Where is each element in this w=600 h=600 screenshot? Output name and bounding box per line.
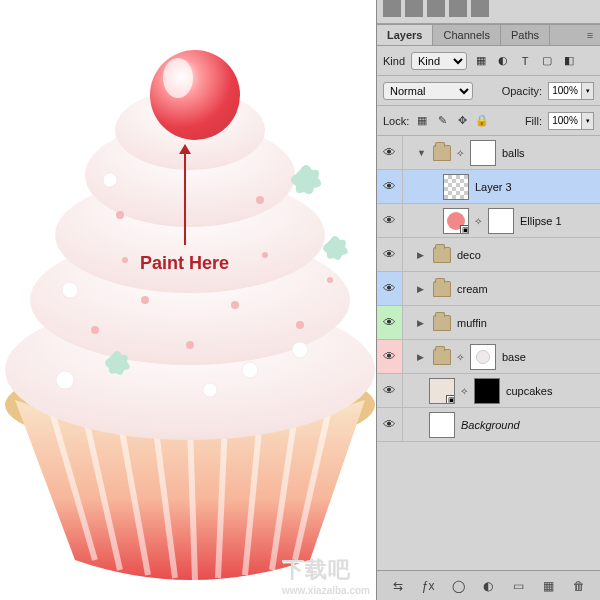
layer-mask-thumb[interactable] [474, 378, 500, 404]
folder-icon [433, 315, 451, 331]
layer-mask-thumb[interactable] [470, 140, 496, 166]
layer-row-layer3[interactable]: 👁 Layer 3 [377, 170, 600, 204]
svg-point-16 [163, 58, 193, 98]
right-panel: Layers Channels Paths ≡ Kind Kind ▦ ◐ T … [376, 0, 600, 600]
layer-name: balls [502, 147, 525, 159]
disclosure-open-icon[interactable]: ▼ [417, 148, 427, 158]
shape-thumb[interactable]: ▣ [443, 208, 469, 234]
lock-transparency-icon[interactable]: ▦ [415, 114, 429, 128]
layer-row-balls[interactable]: 👁 ▼ ⟡ balls [377, 136, 600, 170]
blend-row: Normal Opacity: ▾ [377, 76, 600, 106]
visibility-toggle[interactable]: 👁 [377, 136, 403, 169]
visibility-toggle[interactable]: 👁 [377, 238, 403, 271]
layer-row-muffin[interactable]: 👁 ▶ muffin [377, 306, 600, 340]
svg-point-18 [256, 196, 264, 204]
link-layers-button[interactable]: ⇆ [389, 577, 407, 595]
layer-thumb[interactable] [443, 174, 469, 200]
filter-type-icon[interactable]: T [517, 53, 533, 69]
annotation-text: Paint Here [140, 253, 229, 274]
tab-channels[interactable]: Channels [433, 25, 500, 45]
filter-kind-label: Kind [383, 55, 405, 67]
layer-name: cupcakes [506, 385, 552, 397]
fill-spin[interactable]: ▾ [582, 112, 594, 130]
visibility-toggle[interactable]: 👁 [377, 170, 403, 203]
folder-icon [433, 349, 451, 365]
layer-style-button[interactable]: ƒx [419, 577, 437, 595]
tab-layers[interactable]: Layers [377, 25, 433, 45]
layer-name: cream [457, 283, 488, 295]
svg-point-29 [56, 371, 74, 389]
opacity-input[interactable] [548, 82, 582, 100]
tool-icon[interactable] [383, 0, 401, 17]
filter-adjust-icon[interactable]: ◐ [495, 53, 511, 69]
svg-point-31 [103, 173, 117, 187]
link-icon: ⟡ [461, 385, 468, 397]
layer-name: Background [461, 419, 520, 431]
layers-panel-footer: ⇆ ƒx ◯ ◐ ▭ ▦ 🗑 [377, 570, 600, 600]
shape-badge-icon: ▣ [460, 225, 469, 234]
svg-point-21 [91, 326, 99, 334]
lock-row: Lock: ▦ ✎ ✥ 🔒 Fill: ▾ [377, 106, 600, 136]
link-icon: ⟡ [457, 147, 464, 159]
opacity-spin[interactable]: ▾ [582, 82, 594, 100]
lock-label: Lock: [383, 115, 409, 127]
watermark: 下载吧 www.xiazaiba.com [282, 555, 370, 596]
layer-row-ellipse1[interactable]: 👁 ▣ ⟡ Ellipse 1 [377, 204, 600, 238]
filter-smart-icon[interactable]: ◧ [561, 53, 577, 69]
smartobject-badge-icon: ▣ [446, 395, 455, 404]
tab-paths[interactable]: Paths [501, 25, 550, 45]
layer-row-base[interactable]: 👁 ▶ ⟡ base [377, 340, 600, 374]
svg-point-26 [327, 277, 333, 283]
visibility-toggle[interactable]: 👁 [377, 306, 403, 339]
lock-pixels-icon[interactable]: ✎ [435, 114, 449, 128]
svg-point-17 [116, 211, 124, 219]
folder-icon [433, 247, 451, 263]
visibility-toggle[interactable]: 👁 [377, 272, 403, 305]
disclosure-closed-icon[interactable]: ▶ [417, 352, 427, 362]
filter-shape-icon[interactable]: ▢ [539, 53, 555, 69]
lock-all-icon[interactable]: 🔒 [475, 114, 489, 128]
delete-layer-button[interactable]: 🗑 [570, 577, 588, 595]
add-mask-button[interactable]: ◯ [449, 577, 467, 595]
layer-row-deco[interactable]: 👁 ▶ deco [377, 238, 600, 272]
filter-pixel-icon[interactable]: ▦ [473, 53, 489, 69]
visibility-toggle[interactable]: 👁 [377, 204, 403, 237]
layers-list: 👁 ▼ ⟡ balls 👁 Layer 3 👁 ▣ [377, 136, 600, 570]
visibility-toggle[interactable]: 👁 [377, 374, 403, 407]
smartobject-thumb[interactable]: ▣ [429, 378, 455, 404]
lock-position-icon[interactable]: ✥ [455, 114, 469, 128]
panel-tabs: Layers Channels Paths ≡ [377, 24, 600, 46]
tool-icon[interactable] [449, 0, 467, 17]
disclosure-closed-icon[interactable]: ▶ [417, 250, 427, 260]
tool-icon[interactable] [427, 0, 445, 17]
layer-name: Layer 3 [475, 181, 512, 193]
filter-kind-select[interactable]: Kind [411, 52, 467, 70]
disclosure-closed-icon[interactable]: ▶ [417, 284, 427, 294]
layer-thumb[interactable] [429, 412, 455, 438]
fill-input[interactable] [548, 112, 582, 130]
new-adjustment-button[interactable]: ◐ [479, 577, 497, 595]
svg-point-20 [231, 301, 239, 309]
tool-icon[interactable] [405, 0, 423, 17]
layer-row-cupcakes[interactable]: 👁 ▣ ⟡ cupcakes [377, 374, 600, 408]
layer-row-cream[interactable]: 👁 ▶ cream [377, 272, 600, 306]
folder-icon [433, 281, 451, 297]
folder-icon [433, 145, 451, 161]
opacity-label: Opacity: [502, 85, 542, 97]
new-layer-button[interactable]: ▦ [540, 577, 558, 595]
layer-mask-thumb[interactable] [470, 344, 496, 370]
layer-name: Ellipse 1 [520, 215, 562, 227]
arrow-up-icon [184, 150, 186, 245]
visibility-toggle[interactable]: 👁 [377, 340, 403, 373]
document-canvas[interactable]: Paint Here 下载吧 www.xiazaiba.com [0, 0, 376, 600]
visibility-toggle[interactable]: 👁 [377, 408, 403, 441]
panel-menu-icon[interactable]: ≡ [580, 29, 600, 41]
layer-name: deco [457, 249, 481, 261]
svg-point-19 [141, 296, 149, 304]
blend-mode-select[interactable]: Normal [383, 82, 473, 100]
layer-mask-thumb[interactable] [488, 208, 514, 234]
tool-icon[interactable] [471, 0, 489, 17]
layer-row-background[interactable]: 👁 Background [377, 408, 600, 442]
disclosure-closed-icon[interactable]: ▶ [417, 318, 427, 328]
new-group-button[interactable]: ▭ [510, 577, 528, 595]
